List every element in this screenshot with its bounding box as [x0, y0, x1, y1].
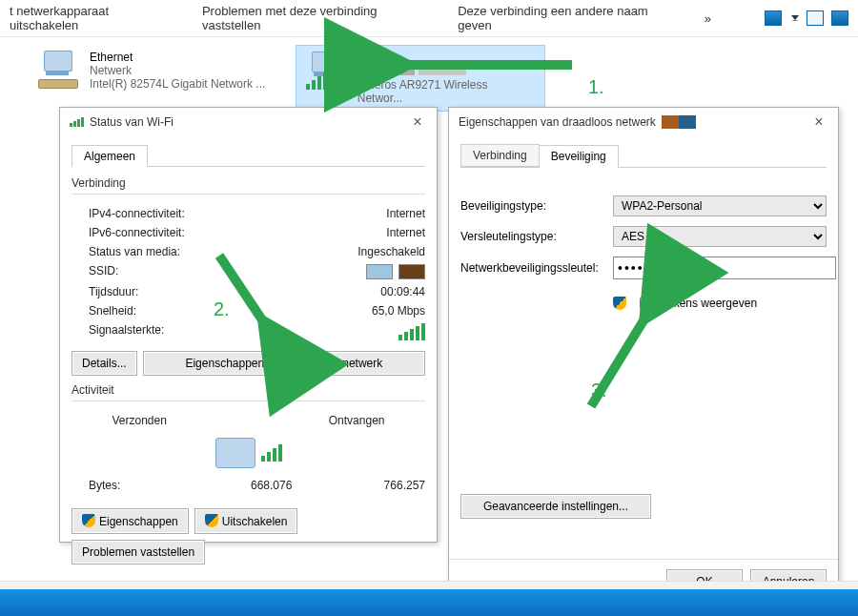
ssid-redacted [366, 264, 425, 279]
shield-icon [82, 514, 95, 527]
taskbar [0, 589, 858, 616]
diagnose-button[interactable]: Problemen vaststellen [72, 540, 205, 565]
group-activity: Activiteit [72, 383, 425, 397]
speed-label: Snelheid: [72, 304, 136, 318]
media-label: Status van media: [72, 245, 180, 258]
show-chars-checkbox[interactable] [640, 297, 653, 310]
properties-button[interactable]: Eigenschappen [72, 508, 189, 534]
ipv6-value: Internet [386, 226, 425, 239]
ssid-label: SSID: [72, 264, 118, 279]
ipv6-label: IPv6-connectiviteit: [72, 226, 185, 239]
signal-icon [70, 117, 84, 127]
bytes-label: Bytes: [72, 479, 120, 492]
adapter-device: Intel(R) 82574L Gigabit Network ... [90, 77, 265, 91]
close-icon[interactable]: × [809, 113, 828, 131]
adapter-ethernet[interactable]: Ethernet Netwerk Intel(R) 82574L Gigabit… [29, 45, 276, 112]
dialog-title: Status van Wi-Fi [90, 115, 174, 129]
wifi-icon [306, 51, 348, 90]
security-type-label: Beveiligingstype: [460, 199, 613, 213]
shield-icon [205, 514, 218, 527]
activity-icon [72, 438, 425, 468]
ethernet-icon [38, 51, 80, 89]
tab-general[interactable]: Algemeen [72, 145, 148, 167]
group-connection: Verbinding [72, 176, 425, 190]
adapter-wifi[interactable]: Wi-Fi Atheros AR9271 Wireless Networ... [296, 45, 545, 112]
adapter-name: Ethernet [90, 51, 265, 64]
show-chars-label: Tekens weergeven [662, 297, 757, 310]
adapter-device: Atheros AR9271 Wireless Networ... [358, 78, 535, 105]
sent-label: Verzonden [112, 414, 166, 427]
explorer-statusbar [0, 581, 858, 589]
tab-security[interactable]: Beveiliging [539, 145, 619, 168]
close-icon[interactable]: × [408, 113, 427, 131]
signal-bars-icon [398, 323, 425, 340]
annotation-1: 1. [588, 76, 604, 98]
wireless-props-dialog: Eigenschappen van draadloos netwerk × Ve… [448, 107, 839, 605]
recv-label: Ontvangen [329, 414, 385, 427]
wifi-status-dialog: Status van Wi-Fi × Algemeen Verbinding I… [59, 107, 438, 543]
adapter-name: Wi-Fi [358, 51, 535, 65]
disable-button[interactable]: Uitschakelen [194, 508, 298, 534]
command-bar: t netwerkapparaat uitschakelen Problemen… [0, 0, 858, 37]
media-value: Ingeschakeld [358, 245, 425, 258]
annotation-2: 2. [214, 298, 230, 320]
dialog-title: Eigenschappen van draadloos netwerk [459, 115, 656, 129]
cmd-rename[interactable]: Deze verbinding een andere naam geven [458, 4, 678, 32]
adapter-ssid-redacted [358, 65, 535, 78]
cmd-disable[interactable]: t netwerkapparaat uitschakelen [10, 4, 175, 32]
tab-connection[interactable]: Verbinding [460, 144, 540, 167]
ipv4-label: IPv4-connectiviteit: [72, 207, 185, 220]
ipv4-value: Internet [386, 207, 425, 220]
adapter-status: Netwerk [90, 64, 265, 77]
bytes-sent: 668.076 [251, 479, 292, 492]
view-switcher[interactable] [765, 10, 848, 26]
cmd-more[interactable]: » [705, 11, 711, 26]
annotation-3: 3. [591, 380, 607, 401]
network-key-input[interactable] [613, 257, 836, 279]
speed-value: 65,0 Mbps [372, 304, 425, 318]
cmd-diagnose[interactable]: Problemen met deze verbinding vaststelle… [202, 4, 431, 32]
advanced-settings-button[interactable]: Geavanceerde instellingen... [460, 494, 651, 519]
encryption-type-combo[interactable]: AES [613, 226, 827, 247]
duration-label: Tijdsduur: [72, 285, 138, 298]
signal-label: Signaalsterkte: [72, 323, 164, 340]
ssid-redacted [662, 115, 696, 129]
network-key-label: Netwerkbeveiligingssleutel: [460, 261, 613, 275]
security-type-combo[interactable]: WPA2-Personal [613, 195, 827, 216]
bytes-recv: 766.257 [384, 479, 425, 492]
duration-value: 00:09:44 [380, 285, 425, 298]
encryption-type-label: Versleutelingstype: [460, 230, 613, 243]
wireless-props-button[interactable]: Eigenschappen van draadloos netwerk [143, 351, 425, 376]
details-button[interactable]: Details... [72, 351, 137, 376]
shield-icon [613, 297, 626, 310]
